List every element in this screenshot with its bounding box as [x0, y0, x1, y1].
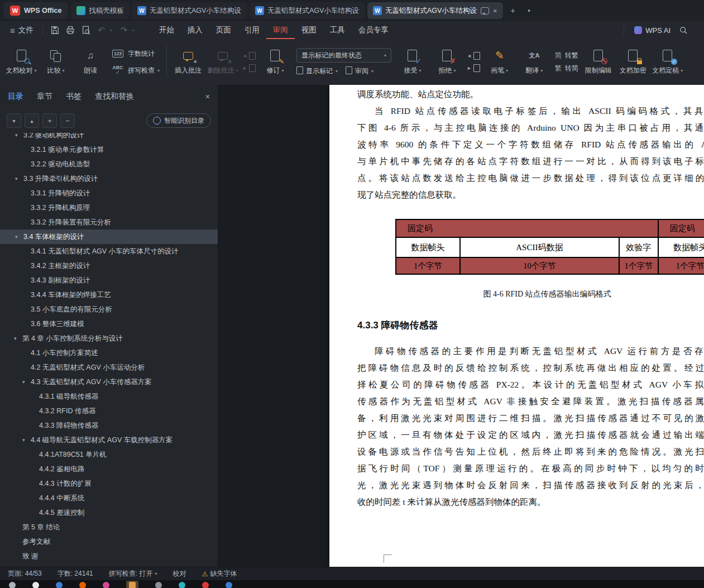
翻译-button[interactable]: 文A翻译▾	[518, 41, 551, 83]
app-blue-taskbar-icon[interactable]	[56, 582, 63, 588]
outline-item[interactable]: 3.5 小车底盘的有限元分析	[0, 302, 218, 317]
文档校对-button[interactable]: 文档校对▾	[4, 41, 38, 83]
文档加密-button[interactable]: 文档加密	[616, 41, 650, 83]
显示标记-button[interactable]: 显示标记▾	[296, 66, 338, 76]
outline-item[interactable]: ▾第 4 章 小车控制系统分析与设计	[0, 331, 218, 346]
outline-item[interactable]: 3.4.3 副框架的设计	[0, 273, 218, 288]
page-indicator[interactable]: 页面: 44/53	[8, 569, 42, 579]
smart-toc-button[interactable]: 智能识别目录	[146, 113, 211, 128]
save-button[interactable]	[47, 23, 62, 37]
outline-item[interactable]: 4.3.1 磁导航传感器	[0, 389, 218, 404]
outline-item[interactable]: 3.3.2 升降机构原理	[0, 200, 218, 215]
pane-close-icon[interactable]: ×	[205, 92, 210, 101]
朗读-button[interactable]: ♫朗读	[74, 41, 107, 83]
chevron-down-icon[interactable]: ▾	[110, 28, 116, 33]
expand-arrow-icon[interactable]: ▾	[15, 133, 18, 138]
outline-item[interactable]: 4.4.4 中断系统	[0, 491, 218, 505]
expand-arrow-icon[interactable]: ▾	[14, 336, 17, 341]
document-tab[interactable]: W无盖铝型材式AGV小车结构设计×	[367, 2, 504, 19]
expand-all-button[interactable]: ▴	[25, 113, 39, 128]
outline-item[interactable]: 4.4.1AT89C51 单片机	[0, 447, 218, 462]
expand-arrow-icon[interactable]: ▾	[15, 176, 18, 181]
nav-tab-书签[interactable]: 书签	[66, 92, 82, 102]
ribbon-tab-开始[interactable]: 开始	[152, 21, 181, 39]
prev-change-button[interactable]: ◄	[467, 52, 480, 60]
markup-state-select[interactable]: 显示标记的最终状态▾	[296, 48, 391, 63]
start-taskbar-icon[interactable]	[9, 582, 16, 588]
document-area[interactable]: 调度系统功能、站点定位功能。当 RFID 站点传感器读取电子标签后，输出 ASC…	[218, 85, 704, 567]
proofread-button[interactable]: 校对	[173, 569, 186, 579]
nav-tab-查找和替换[interactable]: 查找和替换	[95, 92, 134, 102]
prev-comment-button[interactable]: ◄	[242, 52, 256, 60]
outline-item[interactable]: 参考文献	[0, 534, 218, 549]
ribbon-tab-视图[interactable]: 视图	[295, 21, 323, 39]
wps-app-taskbar-icon[interactable]	[226, 582, 232, 588]
expand-arrow-icon[interactable]: ▾	[22, 379, 25, 385]
app-logo-tab[interactable]: W WPS Office	[3, 2, 68, 19]
outline-item[interactable]: 3.2.2 驱动电机选型	[0, 157, 218, 171]
file-menu[interactable]: ≡ 文件	[6, 21, 38, 39]
expand-arrow-icon[interactable]: ▾	[22, 437, 25, 443]
拒绝-button[interactable]: ✗拒绝▾	[430, 41, 464, 83]
outline-item[interactable]: 3.4.1 无盖铝型材式 AGV 小车的车体尺寸的设计	[0, 244, 218, 259]
app-red-taskbar-icon[interactable]	[202, 582, 209, 588]
删除批注-button[interactable]: ×删除批注▾	[206, 41, 240, 83]
outline-item[interactable]: 3.4.2 主框架的设计	[0, 259, 218, 273]
outline-item[interactable]: 3.4.4 车体框架的焊接工艺	[0, 288, 218, 302]
画笔-button[interactable]: ✎画笔▾	[483, 41, 516, 83]
app-grey-taskbar-icon[interactable]	[155, 582, 162, 588]
outline-item[interactable]: ▾3.2 驱动机构的设计	[0, 133, 218, 142]
ribbon-tab-页面[interactable]: 页面	[209, 21, 238, 39]
document-tab[interactable]: 找稿壳模板	[71, 2, 130, 19]
tab-list-button[interactable]: ▾	[522, 4, 535, 17]
ribbon-tab-会员专享[interactable]: 会员专享	[352, 21, 395, 39]
转繁-button[interactable]: 简转繁	[554, 51, 578, 60]
比较-button[interactable]: 比较▾	[39, 41, 73, 83]
app-pink-taskbar-icon[interactable]	[103, 582, 109, 588]
print-preview-button[interactable]	[79, 23, 93, 37]
转简-button[interactable]: 繁转简	[554, 64, 578, 73]
插入批注-button[interactable]: +插入批注	[171, 41, 205, 83]
zoom-out-button[interactable]: −	[60, 113, 75, 128]
nav-tab-目录[interactable]: 目录	[8, 92, 23, 102]
missing-font-warning[interactable]: ⚠ 缺失字体	[202, 569, 237, 579]
chevron-down-icon[interactable]: ▾	[132, 28, 138, 33]
undo-button[interactable]: ↶	[94, 23, 109, 37]
next-change-button[interactable]: ►	[467, 64, 480, 72]
outline-item[interactable]: 3.6 整体三维建模	[0, 317, 218, 331]
next-comment-button[interactable]: ►	[242, 64, 256, 72]
outline-item[interactable]: 3.2.1 驱动单元参数计算	[0, 142, 218, 157]
ribbon-tab-插入[interactable]: 插入	[181, 21, 209, 39]
search-button[interactable]	[676, 23, 691, 37]
app-teal-taskbar-icon[interactable]	[179, 582, 185, 588]
ribbon-tab-工具[interactable]: 工具	[323, 21, 352, 39]
redo-button[interactable]: ↷	[117, 23, 131, 37]
outline-item[interactable]: 4.2 无盖铝型材式 AGV 小车运动分析	[0, 360, 218, 375]
outline-item[interactable]: 4.1 小车控制方案简述	[0, 346, 218, 360]
tab-close-icon[interactable]: ×	[492, 7, 498, 15]
document-page[interactable]: 调度系统功能、站点定位功能。当 RFID 站点传感器读取电子标签后，输出 ASC…	[329, 85, 704, 567]
接受-button[interactable]: ✓接受▾	[396, 41, 429, 83]
zoom-in-button[interactable]: +	[42, 113, 57, 128]
word-count-indicator[interactable]: 字数: 24141	[58, 569, 93, 579]
folder-active-taskbar-icon[interactable]	[126, 581, 138, 588]
app-light-taskbar-icon[interactable]	[32, 582, 39, 588]
outline-item[interactable]: 3.3.1 升降销的设计	[0, 186, 218, 200]
expand-arrow-icon[interactable]: ▾	[15, 234, 18, 240]
document-tab[interactable]: W无盖铝型材式AGV小车结构设计 开题	[250, 2, 365, 19]
outline-item[interactable]: 4.3.2 RFID 传感器	[0, 404, 218, 418]
修订-button[interactable]: ✎修订▾	[258, 41, 292, 83]
outline-item[interactable]: 3.3.2 升降装置有限元分析	[0, 215, 218, 230]
document-tab[interactable]: W无盖铝型材式AGV小车结构设计 任务	[132, 2, 247, 19]
审阅-button[interactable]: 审阅▾	[346, 66, 373, 76]
限制编辑-button[interactable]: 限制编辑	[582, 41, 615, 83]
outline-item[interactable]: ▾3.3 升降牵引机构的设计	[0, 171, 218, 186]
outline-item[interactable]: 4.4.3 计数的扩展	[0, 476, 218, 491]
字数统计-button[interactable]: 123字数统计	[111, 47, 160, 60]
collapse-all-button[interactable]: ▾	[7, 113, 21, 128]
nav-tab-章节[interactable]: 章节	[37, 92, 52, 102]
ribbon-tab-引用[interactable]: 引用	[238, 21, 266, 39]
outline-item[interactable]: ▾3.4 车体框架的设计	[0, 230, 218, 244]
outline-item[interactable]: 4.4.2 鉴相电路	[0, 462, 218, 476]
outline-item[interactable]: 致 谢	[0, 549, 218, 563]
